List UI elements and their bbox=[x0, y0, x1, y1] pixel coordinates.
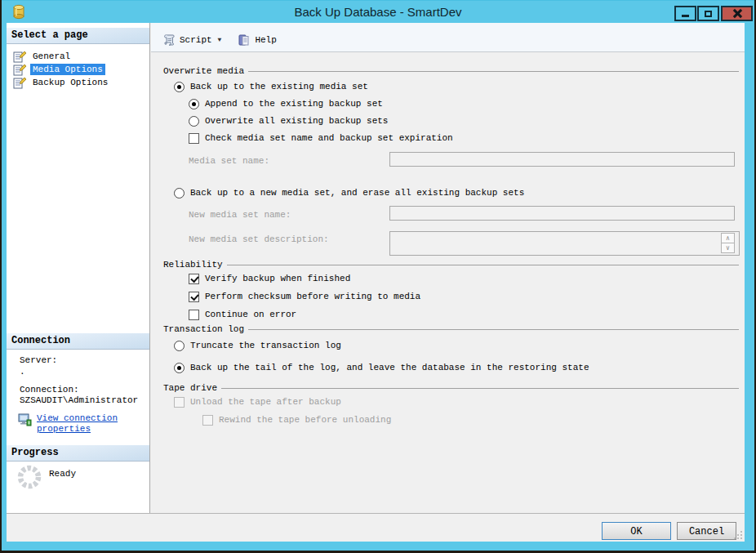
close-icon bbox=[732, 9, 741, 18]
transaction-log-caption: Transaction log bbox=[163, 323, 244, 335]
main-panel: Script ▼ Help bbox=[151, 23, 745, 513]
checkbox-label: Unload the tape after backup bbox=[190, 397, 341, 407]
overwrite-media-group: Overwrite media bbox=[163, 65, 739, 77]
checkbox-label: Perform checksum before writing to media bbox=[205, 292, 420, 301]
help-button[interactable]: Help bbox=[234, 32, 279, 48]
dialog-body: Select a page General Media Options Back… bbox=[7, 23, 745, 542]
progress-spinner-icon bbox=[16, 464, 42, 490]
tape-drive-caption: Tape drive bbox=[163, 382, 217, 394]
sidebar-item-backup-options[interactable]: Backup Options bbox=[13, 76, 110, 89]
progress-header: Progress bbox=[7, 445, 149, 462]
sidebar-item-general[interactable]: General bbox=[13, 50, 73, 63]
radio-label: Append to the existing backup set bbox=[205, 99, 383, 109]
radio-label: Back up to a new media set, and erase al… bbox=[190, 188, 524, 198]
script-button[interactable]: Script ▼ bbox=[159, 32, 225, 48]
radio-append-backup-set[interactable]: Append to the existing backup set bbox=[189, 97, 383, 110]
tape-drive-group: Tape drive bbox=[163, 382, 739, 394]
titlebar[interactable]: Back Up Database - SmartDev bbox=[2, 1, 754, 23]
scroll-down-icon[interactable]: ∨ bbox=[721, 243, 735, 253]
new-media-set-name-label: New media set name: bbox=[189, 208, 291, 221]
close-button[interactable] bbox=[721, 6, 753, 21]
checkbox-icon[interactable] bbox=[189, 274, 199, 284]
radio-label: Back up the tail of the log, and leave t… bbox=[190, 363, 589, 372]
radio-icon[interactable] bbox=[174, 363, 185, 373]
media-set-name-label: Media set name: bbox=[189, 154, 269, 167]
view-connection-properties-link[interactable]: View connection properties bbox=[37, 413, 133, 435]
sidebar-item-media-options[interactable]: Media Options bbox=[13, 63, 105, 76]
checkbox-icon bbox=[202, 415, 213, 426]
checkbox-icon bbox=[174, 397, 185, 408]
page-icon bbox=[13, 64, 26, 76]
checkbox-icon[interactable] bbox=[189, 292, 199, 302]
description-scroll: ∧ ∨ bbox=[721, 233, 735, 253]
radio-label: Truncate the transaction log bbox=[190, 341, 341, 350]
checkbox-label: Verify backup when finished bbox=[205, 274, 350, 283]
select-a-page-header: Select a page bbox=[7, 28, 149, 44]
group-divider bbox=[248, 71, 739, 72]
script-dropdown-icon[interactable]: ▼ bbox=[218, 36, 222, 43]
radio-icon[interactable] bbox=[189, 99, 199, 109]
new-media-set-name-input[interactable] bbox=[389, 206, 735, 221]
group-divider bbox=[221, 388, 739, 389]
sidebar-item-label: Backup Options bbox=[30, 77, 110, 88]
maximize-icon bbox=[705, 11, 712, 17]
sidebar: Select a page General Media Options Back… bbox=[7, 23, 150, 513]
checkbox-icon[interactable] bbox=[189, 310, 199, 320]
checkbox-unload-tape: Unload the tape after backup bbox=[174, 395, 341, 408]
ok-button[interactable]: OK bbox=[602, 522, 671, 540]
radio-backup-tail-of-log[interactable]: Back up the tail of the log, and leave t… bbox=[174, 361, 589, 374]
checkbox-icon[interactable] bbox=[189, 133, 199, 144]
connection-value: SZSAUDIT\Administrator bbox=[20, 395, 138, 406]
footer: OK Cancel bbox=[7, 513, 745, 542]
radio-icon[interactable] bbox=[189, 116, 199, 127]
sidebar-item-label: General bbox=[30, 51, 73, 62]
media-set-name-input[interactable] bbox=[389, 152, 735, 167]
cancel-button[interactable]: Cancel bbox=[677, 522, 736, 540]
checkbox-label: Continue on error bbox=[205, 310, 296, 319]
reliability-caption: Reliability bbox=[163, 259, 223, 270]
screen: Back Up Database - SmartDev Select a pag… bbox=[0, 0, 756, 553]
window-title: Back Up Database - SmartDev bbox=[2, 5, 754, 19]
connection-label: Connection: bbox=[20, 385, 79, 395]
script-label: Script bbox=[180, 35, 212, 45]
radio-truncate-log[interactable]: Truncate the transaction log bbox=[174, 339, 341, 352]
checkbox-rewind-tape: Rewind the tape before unloading bbox=[202, 413, 391, 426]
page-icon bbox=[13, 51, 26, 63]
minimize-icon bbox=[682, 15, 689, 17]
checkbox-continue-on-error[interactable]: Continue on error bbox=[189, 308, 296, 321]
server-label: Server: bbox=[20, 355, 57, 366]
checkbox-label: Rewind the tape before unloading bbox=[219, 415, 391, 425]
transaction-log-group: Transaction log bbox=[163, 323, 739, 335]
maximize-button[interactable] bbox=[697, 6, 719, 21]
help-label: Help bbox=[255, 35, 276, 45]
radio-backup-existing-media[interactable]: Back up to the existing media set bbox=[174, 80, 368, 93]
radio-icon[interactable] bbox=[174, 82, 185, 92]
checkbox-check-media-name[interactable]: Check media set name and backup set expi… bbox=[189, 132, 453, 145]
backup-database-dialog: Back Up Database - SmartDev Select a pag… bbox=[2, 0, 754, 551]
view-connection-properties[interactable]: View connection properties bbox=[18, 413, 133, 435]
radio-overwrite-backup-sets[interactable]: Overwrite all existing backup sets bbox=[189, 114, 388, 127]
radio-backup-new-media[interactable]: Back up to a new media set, and erase al… bbox=[174, 186, 524, 199]
reliability-group: Reliability bbox=[163, 259, 739, 270]
help-icon bbox=[238, 33, 251, 47]
checkbox-label: Check media set name and backup set expi… bbox=[205, 133, 453, 143]
new-media-set-description-input[interactable]: ∧ ∨ bbox=[389, 231, 740, 256]
radio-label: Overwrite all existing backup sets bbox=[205, 116, 388, 126]
progress-status: Ready bbox=[49, 469, 76, 479]
radio-icon[interactable] bbox=[174, 188, 185, 198]
radio-label: Back up to the existing media set bbox=[190, 82, 368, 91]
script-icon bbox=[162, 33, 176, 47]
checkbox-perform-checksum[interactable]: Perform checksum before writing to media bbox=[189, 290, 420, 303]
group-divider bbox=[227, 265, 739, 265]
new-media-set-description-label: New media set description: bbox=[189, 233, 329, 246]
connection-header: Connection bbox=[7, 333, 149, 350]
server-value: . bbox=[20, 367, 25, 377]
connection-properties-icon bbox=[18, 413, 32, 426]
group-divider bbox=[248, 329, 739, 330]
resize-grip[interactable] bbox=[734, 530, 743, 539]
page-icon bbox=[13, 77, 26, 89]
radio-icon[interactable] bbox=[174, 341, 185, 351]
minimize-button[interactable] bbox=[674, 6, 696, 21]
checkbox-verify-backup[interactable]: Verify backup when finished bbox=[189, 272, 350, 285]
sidebar-item-label: Media Options bbox=[30, 64, 105, 75]
